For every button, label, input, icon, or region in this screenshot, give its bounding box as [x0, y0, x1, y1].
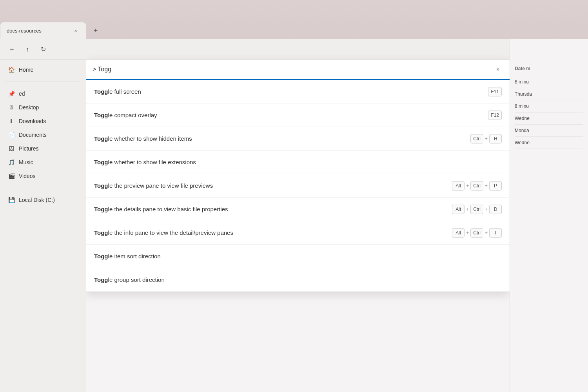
new-tab-button[interactable]: + — [89, 24, 103, 38]
result-bold-7: Togg — [94, 229, 108, 236]
result-normal-4: le whether to show file extensions — [108, 159, 196, 165]
sep-5a: + — [466, 183, 469, 189]
result-text-3: Toggle whether to show hidden items — [94, 135, 464, 142]
sep-7b: + — [485, 230, 488, 236]
search-input-display[interactable]: Togg — [96, 66, 492, 73]
shortcut-6: Alt + Ctrl + D — [452, 205, 502, 214]
sidebar-item-home[interactable]: 🏠 Home — [2, 63, 84, 76]
pictures-icon: 🖼 — [8, 145, 15, 152]
key-d: D — [489, 205, 502, 214]
result-bold-4: Togg — [94, 159, 108, 165]
pinned-icon: 📌 — [8, 90, 15, 97]
key-h: H — [489, 134, 502, 143]
music-icon: 🎵 — [8, 159, 15, 166]
result-item-4[interactable]: Toggle whether to show file extensions — [86, 151, 510, 174]
sep-7a: + — [466, 230, 469, 236]
sidebar-item-pictures[interactable]: 🖼 Pictures — [2, 142, 84, 155]
result-item-3[interactable]: Toggle whether to show hidden items Ctrl… — [86, 127, 510, 151]
sidebar-divider-2 — [5, 188, 81, 188]
videos-icon: 🎬 — [8, 172, 15, 180]
key-ctrl-5: Ctrl — [470, 181, 483, 191]
result-bold-2: Togg — [94, 112, 108, 118]
search-box: > Togg × — [86, 60, 510, 80]
result-text-6: Toggle the details pane to view basic fi… — [94, 206, 446, 212]
active-tab[interactable]: docs-resources × — [0, 22, 86, 39]
result-bold-6: Togg — [94, 206, 108, 212]
sidebar-section-drives: 💾 Local Disk (C:) — [0, 190, 86, 210]
refresh-button[interactable]: ↻ — [36, 42, 50, 56]
result-normal-5: le the preview pane to view file preview… — [108, 182, 213, 189]
sidebar-item-desktop-label: Desktop — [19, 104, 39, 111]
home-icon: 🏠 — [8, 66, 15, 73]
content-header — [86, 39, 510, 60]
result-item-6[interactable]: Toggle the details pane to view basic fi… — [86, 198, 510, 221]
sidebar-item-pinned[interactable]: 📌 ed — [2, 87, 84, 100]
main-area: → ↑ ↻ 🏠 Home 📌 ed 🖥 Desktop ⬇ Downloads — [0, 39, 588, 392]
sidebar-item-pictures-label: Pictures — [19, 145, 39, 152]
key-ctrl-6: Ctrl — [470, 205, 483, 214]
result-item-5[interactable]: Toggle the preview pane to view file pre… — [86, 174, 510, 198]
sidebar: → ↑ ↻ 🏠 Home 📌 ed 🖥 Desktop ⬇ Downloads — [0, 39, 86, 392]
result-text-8: Toggle item sort direction — [94, 253, 502, 260]
forward-button[interactable]: → — [5, 42, 19, 56]
key-alt-7: Alt — [452, 228, 465, 238]
result-item-1[interactable]: Toggle full screen F11 — [86, 80, 510, 103]
result-normal-1: le full screen — [108, 88, 141, 95]
tab-title: docs-resources — [7, 28, 69, 34]
search-overlay: > Togg × Toggle full screen F11 — [86, 60, 510, 292]
sep-3a: + — [485, 136, 488, 142]
result-text-5: Toggle the preview pane to view file pre… — [94, 182, 446, 189]
title-bar: docs-resources × + — [0, 0, 588, 39]
result-normal-8: le item sort direction — [108, 253, 161, 260]
sidebar-item-home-label: Home — [19, 67, 33, 73]
result-item-2[interactable]: Toggle compact overlay F12 — [86, 103, 510, 127]
result-item-9[interactable]: Toggle group sort direction — [86, 268, 510, 292]
key-alt-5: Alt — [452, 181, 465, 191]
sidebar-item-downloads[interactable]: ⬇ Downloads — [2, 114, 84, 128]
result-item-7[interactable]: Toggle the info pane to view the detail/… — [86, 221, 510, 245]
sidebar-item-downloads-label: Downloads — [19, 118, 46, 124]
sidebar-item-documents[interactable]: 📄 Documents — [2, 128, 84, 142]
date-panel: Date m 6 minu Thursda 8 minu Wedne Monda… — [510, 39, 588, 392]
shortcut-3: Ctrl + H — [470, 134, 502, 143]
result-normal-9: le group sort direction — [108, 276, 165, 283]
shortcut-1: F11 — [488, 87, 502, 96]
result-normal-2: le compact overlay — [108, 112, 157, 118]
sidebar-item-videos-label: Videos — [19, 173, 36, 179]
sep-6a: + — [466, 207, 469, 212]
sidebar-section-main: 🏠 Home — [0, 60, 86, 80]
sep-5b: + — [485, 183, 488, 189]
result-item-8[interactable]: Toggle item sort direction — [86, 245, 510, 268]
key-f12: F12 — [488, 111, 502, 120]
sidebar-item-local-disk[interactable]: 💾 Local Disk (C:) — [2, 193, 84, 207]
documents-icon: 📄 — [8, 131, 15, 138]
sidebar-nav-bar: → ↑ ↻ — [0, 39, 86, 60]
sidebar-item-music[interactable]: 🎵 Music — [2, 156, 84, 169]
result-normal-7: le the info pane to view the detail/prev… — [108, 229, 233, 236]
date-value-2: Thursda — [515, 88, 583, 100]
desktop-icon: 🖥 — [8, 104, 15, 111]
key-i: I — [489, 228, 502, 238]
shortcut-7: Alt + Ctrl + I — [452, 228, 502, 238]
date-value-6: Wedne — [515, 137, 583, 149]
date-header: Date m — [515, 63, 583, 74]
tab-area: docs-resources × + — [0, 0, 103, 39]
sidebar-item-documents-label: Documents — [19, 132, 47, 138]
result-bold-3: Togg — [94, 135, 108, 142]
sidebar-item-local-disk-label: Local Disk (C:) — [19, 197, 55, 203]
result-normal-3: le whether to show hidden items — [108, 135, 192, 142]
key-f11: F11 — [488, 87, 502, 96]
sidebar-divider-1 — [5, 82, 81, 82]
key-p: P — [489, 181, 502, 191]
tab-close-button[interactable]: × — [72, 27, 80, 35]
content-area: > Togg × Toggle full screen F11 — [86, 39, 510, 392]
sidebar-item-desktop[interactable]: 🖥 Desktop — [2, 101, 84, 114]
result-text-9: Toggle group sort direction — [94, 276, 502, 283]
result-text-2: Toggle compact overlay — [94, 112, 482, 118]
sidebar-item-videos[interactable]: 🎬 Videos — [2, 169, 84, 183]
date-value-5: Monda — [515, 125, 583, 137]
search-clear-button[interactable]: × — [492, 64, 503, 75]
up-button[interactable]: ↑ — [20, 42, 34, 56]
date-value-4: Wedne — [515, 113, 583, 125]
result-bold-8: Togg — [94, 253, 108, 260]
